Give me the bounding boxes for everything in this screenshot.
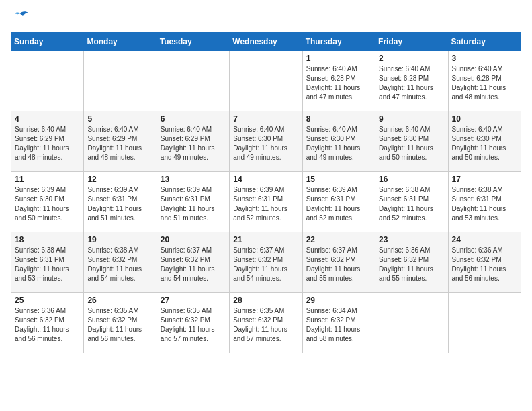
day-info: Sunrise: 6:40 AM Sunset: 6:29 PM Dayligh… — [161, 125, 226, 163]
calendar-week-row: 25Sunrise: 6:36 AM Sunset: 6:32 PM Dayli… — [11, 293, 521, 353]
calendar-cell: 12Sunrise: 6:39 AM Sunset: 6:31 PM Dayli… — [84, 172, 157, 232]
day-number: 5 — [87, 114, 152, 124]
day-info: Sunrise: 6:40 AM Sunset: 6:30 PM Dayligh… — [306, 125, 371, 163]
day-of-week-header: Saturday — [448, 33, 521, 51]
calendar-cell — [448, 293, 521, 353]
day-info: Sunrise: 6:36 AM Sunset: 6:32 PM Dayligh… — [15, 306, 80, 344]
calendar-cell — [157, 51, 229, 111]
day-number: 7 — [233, 114, 298, 124]
calendar: SundayMondayTuesdayWednesdayThursdayFrid… — [11, 32, 521, 353]
calendar-cell: 13Sunrise: 6:39 AM Sunset: 6:31 PM Dayli… — [157, 172, 229, 232]
day-of-week-header: Wednesday — [230, 33, 302, 51]
day-of-week-header: Thursday — [302, 33, 375, 51]
day-number: 4 — [15, 114, 80, 124]
day-number: 24 — [452, 235, 517, 244]
calendar-cell: 8Sunrise: 6:40 AM Sunset: 6:30 PM Daylig… — [302, 111, 375, 172]
calendar-cell: 23Sunrise: 6:36 AM Sunset: 6:32 PM Dayli… — [375, 232, 448, 293]
calendar-cell: 25Sunrise: 6:36 AM Sunset: 6:32 PM Dayli… — [11, 293, 84, 353]
day-info: Sunrise: 6:34 AM Sunset: 6:32 PM Dayligh… — [306, 306, 371, 344]
logo-bird-icon — [11, 11, 30, 26]
day-number: 14 — [233, 175, 298, 184]
day-info: Sunrise: 6:40 AM Sunset: 6:30 PM Dayligh… — [452, 125, 517, 163]
calendar-cell: 15Sunrise: 6:39 AM Sunset: 6:31 PM Dayli… — [302, 172, 375, 232]
day-number: 22 — [306, 235, 371, 244]
calendar-cell: 3Sunrise: 6:40 AM Sunset: 6:28 PM Daylig… — [448, 51, 521, 111]
day-number: 1 — [306, 54, 371, 63]
day-info: Sunrise: 6:36 AM Sunset: 6:32 PM Dayligh… — [452, 246, 517, 283]
calendar-cell: 27Sunrise: 6:35 AM Sunset: 6:32 PM Dayli… — [157, 293, 229, 353]
day-info: Sunrise: 6:38 AM Sunset: 6:31 PM Dayligh… — [15, 246, 80, 283]
calendar-cell: 6Sunrise: 6:40 AM Sunset: 6:29 PM Daylig… — [157, 111, 229, 172]
day-number: 16 — [379, 175, 444, 184]
calendar-cell: 1Sunrise: 6:40 AM Sunset: 6:28 PM Daylig… — [302, 51, 375, 111]
day-number: 10 — [452, 114, 517, 124]
calendar-header-row: SundayMondayTuesdayWednesdayThursdayFrid… — [11, 33, 521, 51]
day-info: Sunrise: 6:36 AM Sunset: 6:32 PM Dayligh… — [379, 246, 444, 283]
day-number: 21 — [233, 235, 298, 244]
calendar-cell: 24Sunrise: 6:36 AM Sunset: 6:32 PM Dayli… — [448, 232, 521, 293]
day-number: 27 — [161, 295, 226, 305]
day-number: 12 — [87, 175, 152, 184]
calendar-cell: 20Sunrise: 6:37 AM Sunset: 6:32 PM Dayli… — [157, 232, 229, 293]
day-info: Sunrise: 6:35 AM Sunset: 6:32 PM Dayligh… — [87, 306, 152, 344]
day-number: 11 — [15, 175, 80, 184]
day-info: Sunrise: 6:37 AM Sunset: 6:32 PM Dayligh… — [161, 246, 226, 283]
calendar-cell: 9Sunrise: 6:40 AM Sunset: 6:30 PM Daylig… — [375, 111, 448, 172]
calendar-cell: 17Sunrise: 6:38 AM Sunset: 6:31 PM Dayli… — [448, 172, 521, 232]
day-number: 8 — [306, 114, 371, 124]
day-info: Sunrise: 6:39 AM Sunset: 6:30 PM Dayligh… — [15, 185, 80, 223]
day-info: Sunrise: 6:40 AM Sunset: 6:29 PM Dayligh… — [87, 125, 152, 163]
calendar-cell — [11, 51, 84, 111]
calendar-week-row: 4Sunrise: 6:40 AM Sunset: 6:29 PM Daylig… — [11, 111, 521, 172]
day-info: Sunrise: 6:40 AM Sunset: 6:29 PM Dayligh… — [15, 125, 80, 163]
day-info: Sunrise: 6:40 AM Sunset: 6:28 PM Dayligh… — [306, 64, 371, 102]
calendar-cell: 10Sunrise: 6:40 AM Sunset: 6:30 PM Dayli… — [448, 111, 521, 172]
calendar-cell: 5Sunrise: 6:40 AM Sunset: 6:29 PM Daylig… — [84, 111, 157, 172]
day-number: 15 — [306, 175, 371, 184]
calendar-cell — [230, 51, 302, 111]
day-of-week-header: Tuesday — [157, 33, 229, 51]
day-number: 13 — [161, 175, 226, 184]
calendar-cell: 2Sunrise: 6:40 AM Sunset: 6:28 PM Daylig… — [375, 51, 448, 111]
calendar-cell: 18Sunrise: 6:38 AM Sunset: 6:31 PM Dayli… — [11, 232, 84, 293]
calendar-cell: 26Sunrise: 6:35 AM Sunset: 6:32 PM Dayli… — [84, 293, 157, 353]
day-number: 3 — [452, 54, 517, 63]
day-info: Sunrise: 6:38 AM Sunset: 6:32 PM Dayligh… — [87, 246, 152, 283]
day-of-week-header: Sunday — [11, 33, 84, 51]
day-number: 2 — [379, 54, 444, 63]
calendar-cell: 28Sunrise: 6:35 AM Sunset: 6:32 PM Dayli… — [230, 293, 302, 353]
calendar-cell: 22Sunrise: 6:37 AM Sunset: 6:32 PM Dayli… — [302, 232, 375, 293]
day-info: Sunrise: 6:38 AM Sunset: 6:31 PM Dayligh… — [452, 185, 517, 223]
calendar-week-row: 1Sunrise: 6:40 AM Sunset: 6:28 PM Daylig… — [11, 51, 521, 111]
calendar-week-row: 11Sunrise: 6:39 AM Sunset: 6:30 PM Dayli… — [11, 172, 521, 232]
calendar-cell: 19Sunrise: 6:38 AM Sunset: 6:32 PM Dayli… — [84, 232, 157, 293]
calendar-body: 1Sunrise: 6:40 AM Sunset: 6:28 PM Daylig… — [11, 51, 521, 353]
logo — [11, 11, 30, 26]
day-number: 29 — [306, 295, 371, 305]
day-info: Sunrise: 6:39 AM Sunset: 6:31 PM Dayligh… — [87, 185, 152, 223]
day-info: Sunrise: 6:40 AM Sunset: 6:30 PM Dayligh… — [379, 125, 444, 163]
day-info: Sunrise: 6:35 AM Sunset: 6:32 PM Dayligh… — [161, 306, 226, 344]
day-number: 19 — [87, 235, 152, 244]
day-number: 6 — [161, 114, 226, 124]
day-number: 18 — [15, 235, 80, 244]
day-info: Sunrise: 6:37 AM Sunset: 6:32 PM Dayligh… — [233, 246, 298, 283]
calendar-cell — [84, 51, 157, 111]
day-of-week-header: Monday — [84, 33, 157, 51]
calendar-cell: 14Sunrise: 6:39 AM Sunset: 6:31 PM Dayli… — [230, 172, 302, 232]
day-info: Sunrise: 6:37 AM Sunset: 6:32 PM Dayligh… — [306, 246, 371, 283]
day-number: 23 — [379, 235, 444, 244]
day-number: 28 — [233, 295, 298, 305]
day-info: Sunrise: 6:40 AM Sunset: 6:30 PM Dayligh… — [233, 125, 298, 163]
calendar-cell: 4Sunrise: 6:40 AM Sunset: 6:29 PM Daylig… — [11, 111, 84, 172]
day-number: 9 — [379, 114, 444, 124]
calendar-cell: 7Sunrise: 6:40 AM Sunset: 6:30 PM Daylig… — [230, 111, 302, 172]
day-info: Sunrise: 6:40 AM Sunset: 6:28 PM Dayligh… — [452, 64, 517, 102]
day-info: Sunrise: 6:35 AM Sunset: 6:32 PM Dayligh… — [233, 306, 298, 344]
calendar-week-row: 18Sunrise: 6:38 AM Sunset: 6:31 PM Dayli… — [11, 232, 521, 293]
day-of-week-header: Friday — [375, 33, 448, 51]
day-number: 25 — [15, 295, 80, 305]
day-info: Sunrise: 6:39 AM Sunset: 6:31 PM Dayligh… — [161, 185, 226, 223]
calendar-cell — [375, 293, 448, 353]
day-number: 17 — [452, 175, 517, 184]
